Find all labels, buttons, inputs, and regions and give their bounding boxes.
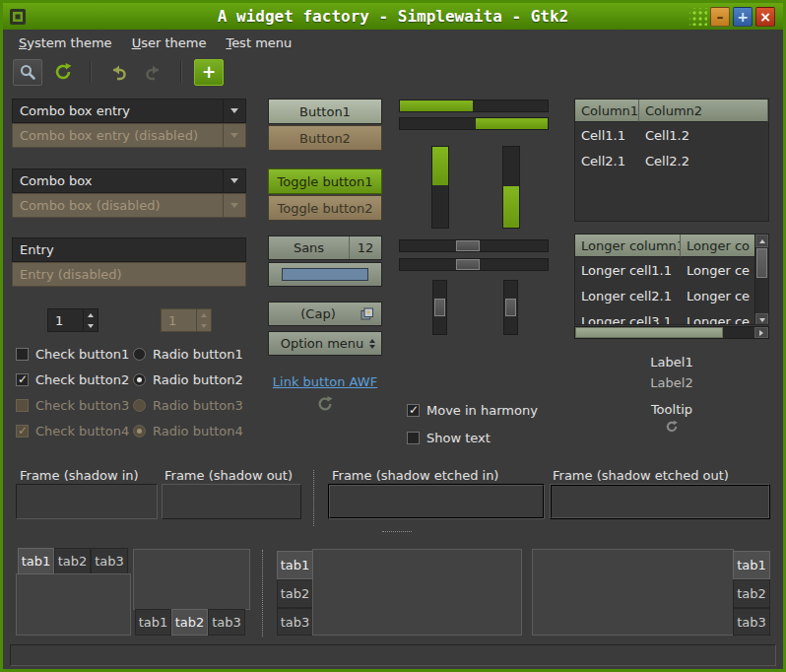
text-entry[interactable]: Entry: [12, 237, 246, 262]
window-grid-dots-icon[interactable]: [689, 8, 707, 26]
redo-icon: [144, 62, 164, 82]
tree-row[interactable]: Cell1.1 Cell1.2: [575, 122, 768, 148]
spin-button[interactable]: 1: [47, 308, 98, 332]
nb1-tab2[interactable]: tab2: [54, 548, 91, 574]
tree-row[interactable]: Longer cell3.1 Longer ce: [575, 308, 756, 325]
nb3-tab2[interactable]: tab2: [277, 579, 313, 608]
zoom-tool-button[interactable]: [13, 59, 42, 86]
scrollbar-trough[interactable]: [723, 327, 754, 338]
combo-box-entry[interactable]: Combo box entry: [12, 99, 246, 123]
close-button[interactable]: ×: [755, 7, 775, 27]
progress-fill: [503, 186, 519, 228]
nb3-tab1[interactable]: tab1: [277, 551, 313, 579]
vscrollbar-2[interactable]: [503, 280, 518, 335]
color-button[interactable]: [268, 262, 382, 287]
spin-disabled-value: 1: [168, 313, 176, 328]
check-button-2[interactable]: Check button2: [16, 370, 129, 388]
titlebar[interactable]: A widget factory - Simplewaita - Gtk2 – …: [3, 3, 783, 30]
nb4-content: [532, 549, 734, 636]
move-in-harmony-checkbox[interactable]: Move in harmony: [407, 401, 538, 419]
checkbox-icon: [16, 373, 29, 386]
option-menu-button[interactable]: Option menu: [268, 331, 382, 356]
column-header[interactable]: Longer column1: [575, 235, 681, 257]
nb4-tab1[interactable]: tab1: [733, 551, 770, 579]
scroll-down-button[interactable]: [755, 313, 768, 325]
check-button-1[interactable]: Check button1: [16, 345, 129, 363]
spin-down-button[interactable]: [84, 320, 98, 331]
check-label: Check button2: [35, 372, 129, 387]
spinner-icon: [316, 395, 334, 413]
maximize-button[interactable]: +: [733, 7, 753, 27]
window-controls: – + ×: [689, 7, 775, 27]
window-title: A widget factory - Simplewaita - Gtk2: [3, 7, 783, 26]
spin-up-button: [197, 309, 211, 320]
scrollbar-thumb[interactable]: [575, 327, 723, 338]
menu-user-theme[interactable]: User theme: [122, 32, 217, 54]
treeview-2[interactable]: Longer column1 Longer co Longer cell1.1 …: [574, 234, 769, 325]
undo-tool-button[interactable]: [103, 59, 133, 86]
tree-row[interactable]: Longer cell2.1 Longer ce: [575, 283, 756, 308]
tree-hscrollbar[interactable]: [574, 326, 769, 339]
show-text-checkbox[interactable]: Show text: [407, 429, 491, 446]
tree-row[interactable]: Longer cell1.1 Longer ce: [575, 257, 756, 283]
button1[interactable]: Button1: [268, 99, 382, 124]
redo-tool-button[interactable]: [139, 59, 168, 86]
nb1-tab1[interactable]: tab1: [18, 548, 54, 574]
checkbox-icon: [16, 399, 29, 412]
link-button[interactable]: Link button AWF: [268, 374, 382, 389]
combo-box[interactable]: Combo box: [12, 168, 246, 193]
nb2-content: [133, 549, 250, 610]
combo-dropdown-button[interactable]: [223, 100, 245, 122]
radio-button-2[interactable]: Radio button2: [133, 370, 243, 388]
scroll-right-button[interactable]: [754, 327, 768, 338]
slider-handle[interactable]: [456, 240, 480, 251]
vscrollbar-1[interactable]: [432, 280, 447, 335]
column-header[interactable]: Longer co: [681, 235, 756, 257]
nb4-tab2[interactable]: tab2: [733, 579, 770, 608]
scrollbar-thumb[interactable]: [434, 299, 445, 316]
tree-vscrollbar[interactable]: [754, 235, 768, 325]
button2-label: Button2: [299, 131, 351, 146]
column-header[interactable]: Column1: [575, 100, 639, 122]
hscale-2[interactable]: [399, 258, 549, 271]
menu-system-theme[interactable]: System theme: [9, 32, 122, 54]
triangle-up-icon: [201, 313, 207, 317]
nb2-tab2[interactable]: tab2: [171, 609, 208, 636]
text-entry-disabled: Entry (disabled): [12, 262, 246, 287]
column-header[interactable]: Column2: [639, 100, 768, 122]
toggle-button1-label: Toggle button1: [277, 174, 372, 189]
slider-handle[interactable]: [456, 259, 480, 270]
check-label: Check button3: [35, 398, 129, 413]
frame-shadow-etched-in: [328, 484, 545, 519]
scrollbar-thumb[interactable]: [756, 248, 767, 278]
radio-label: Radio button3: [153, 398, 243, 413]
treeview-1[interactable]: Column1 Column2 Cell1.1 Cell1.2 Cell2.1 …: [574, 99, 769, 222]
scrollbar-thumb[interactable]: [505, 299, 516, 316]
menu-test-menu[interactable]: Test menu: [216, 32, 301, 54]
label2: Label2: [574, 375, 769, 390]
checkbox-icon: [407, 404, 420, 417]
scroll-up-button[interactable]: [755, 235, 768, 247]
hscale-1[interactable]: [399, 239, 549, 252]
tree-cell: Cell1.1: [575, 122, 639, 148]
refresh-tool-button[interactable]: [48, 59, 78, 86]
spin-steppers[interactable]: [83, 309, 98, 331]
nb2-tab3[interactable]: tab3: [208, 609, 245, 636]
nb2-tab1[interactable]: tab1: [135, 609, 171, 636]
minimize-button[interactable]: –: [710, 7, 730, 27]
font-button[interactable]: Sans 12: [268, 235, 382, 260]
tree-row[interactable]: Cell2.1 Cell2.2: [575, 148, 768, 173]
spin-up-button[interactable]: [84, 309, 98, 320]
window-icon-glyph: [10, 9, 26, 25]
nb3-tab3[interactable]: tab3: [277, 608, 313, 636]
combo-dropdown-button[interactable]: [223, 169, 245, 192]
frame-shadow-in: [16, 484, 158, 519]
font-size: 12: [350, 240, 381, 255]
cap-button[interactable]: (Cap): [268, 302, 382, 326]
nb4-tab3[interactable]: tab3: [733, 608, 770, 636]
nb1-tab3[interactable]: tab3: [91, 548, 128, 574]
radio-button-1[interactable]: Radio button1: [133, 345, 243, 363]
add-tool-button[interactable]: +: [194, 59, 224, 86]
toggle-button1[interactable]: Toggle button1: [268, 168, 382, 194]
statusbar: [10, 644, 776, 666]
